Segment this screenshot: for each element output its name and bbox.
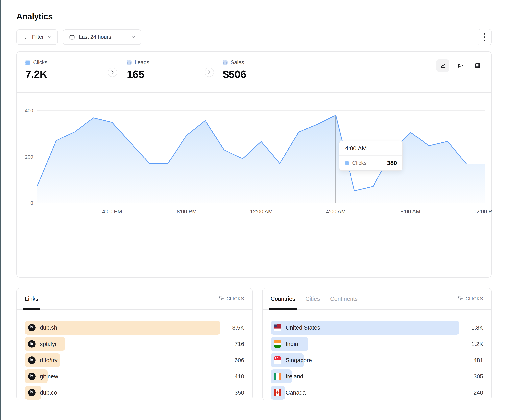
- table-row[interactable]: Singapore 481: [270, 353, 483, 367]
- funnel-view-button[interactable]: [454, 59, 467, 72]
- tooltip-value: 380: [387, 160, 397, 167]
- filter-label: Filter: [32, 34, 44, 40]
- stat-value: 7.2K: [25, 68, 112, 81]
- row-label: spti.fyi: [40, 341, 56, 347]
- stat-value: $506: [223, 68, 312, 81]
- table-row[interactable]: d.to/try 606: [25, 353, 244, 367]
- row-value: 606: [225, 357, 244, 363]
- links-list: dub.sh 3.5K spti.fyi: [17, 310, 252, 400]
- row-value: 3.5K: [225, 325, 244, 331]
- stat-label: Clicks: [33, 59, 47, 65]
- row-label: Ireland: [286, 373, 303, 380]
- line-chart-view-button[interactable]: [436, 59, 449, 72]
- row-label: dub.co: [40, 390, 57, 396]
- cursor-click-icon: [219, 296, 224, 302]
- svg-text:400: 400: [25, 108, 33, 113]
- dub-link-favicon: [28, 324, 36, 332]
- tooltip-series-label: Clicks: [352, 160, 366, 166]
- table-view-button[interactable]: [471, 59, 484, 72]
- breakdown-panels: Links CLICKS: [16, 288, 492, 400]
- tab-sales[interactable]: Sales $506: [209, 51, 312, 92]
- table-row[interactable]: Ireland 305: [270, 369, 483, 383]
- kebab-dot: [484, 40, 486, 41]
- tab-cities[interactable]: Cities: [306, 288, 320, 309]
- countries-panel-header: Countries Cities Continents: [263, 288, 491, 310]
- analytics-page: Analytics Filter Last 24 hours: [16, 0, 492, 400]
- country-flag-icon: [274, 356, 281, 364]
- countries-metric-selector[interactable]: CLICKS: [458, 296, 483, 302]
- svg-text:0: 0: [30, 200, 33, 206]
- sales-swatch-icon: [223, 60, 228, 65]
- stat-label: Leads: [135, 59, 149, 65]
- svg-text:4:00 AM: 4:00 AM: [326, 209, 345, 215]
- leads-swatch-icon: [127, 60, 132, 65]
- country-flag-icon: [274, 340, 281, 348]
- clicks-timeseries-chart[interactable]: 02004004:00 PM8:00 PM12:00 AM4:00 AM8:00…: [17, 93, 491, 277]
- svg-text:12:00 PM: 12:00 PM: [473, 209, 492, 215]
- tab-countries[interactable]: Countries: [270, 288, 295, 309]
- svg-text:8:00 AM: 8:00 AM: [401, 209, 420, 215]
- links-metric-selector[interactable]: CLICKS: [219, 296, 244, 302]
- chart-view-toggles: [436, 59, 484, 72]
- tooltip-time: 4:00 AM: [339, 141, 403, 156]
- expand-leads-button[interactable]: [204, 68, 214, 77]
- window-edge: [0, 0, 0, 420]
- clicks-swatch-icon: [25, 60, 30, 65]
- tab-clicks[interactable]: Clicks 7.2K: [17, 51, 112, 92]
- row-label: dub.sh: [40, 325, 57, 331]
- chart-tooltip: 4:00 AM Clicks 380: [339, 141, 403, 171]
- chart-plot[interactable]: 02004004:00 PM8:00 PM12:00 AM4:00 AM8:00…: [17, 93, 492, 277]
- tab-label: Continents: [330, 296, 358, 302]
- expand-clicks-button[interactable]: [108, 68, 117, 77]
- row-value: 305: [464, 373, 483, 380]
- country-flag-icon: [274, 389, 281, 396]
- table-row[interactable]: git.new 410: [25, 369, 244, 383]
- row-value: 240: [464, 390, 483, 396]
- links-panel-header: Links CLICKS: [17, 288, 252, 310]
- clicks-swatch-icon: [345, 161, 349, 165]
- page-title: Analytics: [16, 12, 492, 22]
- country-flag-icon: [274, 373, 281, 380]
- stat-value: 165: [127, 68, 209, 81]
- tab-links[interactable]: Links: [25, 288, 38, 309]
- tab-continents[interactable]: Continents: [330, 288, 358, 309]
- row-label: India: [286, 341, 298, 347]
- svg-text:4:00 PM: 4:00 PM: [102, 209, 122, 215]
- tab-label: Links: [25, 296, 38, 302]
- table-row[interactable]: United States 1.8K: [270, 321, 483, 335]
- date-range-label: Last 24 hours: [79, 34, 127, 40]
- row-value: 1.2K: [464, 341, 483, 347]
- row-value: 350: [225, 390, 244, 396]
- cursor-click-icon: [458, 296, 463, 302]
- row-label: git.new: [40, 373, 58, 380]
- chevron-down-icon: [131, 36, 135, 38]
- stat-label: Sales: [231, 59, 244, 65]
- table-row[interactable]: dub.sh 3.5K: [25, 321, 244, 335]
- countries-panel: Countries Cities Continents: [262, 288, 492, 400]
- table-row[interactable]: dub.co 350: [25, 386, 244, 400]
- kebab-dot: [484, 36, 486, 38]
- tab-leads[interactable]: Leads 165: [112, 51, 209, 92]
- kebab-dot: [484, 33, 486, 35]
- row-label: United States: [286, 325, 320, 331]
- dub-link-favicon: [28, 373, 36, 380]
- dub-link-favicon: [28, 340, 36, 348]
- row-value: 1.8K: [464, 325, 483, 331]
- links-panel: Links CLICKS: [16, 288, 253, 400]
- dub-link-favicon: [28, 356, 36, 364]
- svg-text:200: 200: [25, 154, 33, 160]
- toolbar: Filter Last 24 hours: [16, 29, 492, 45]
- table-row[interactable]: Canada 240: [270, 386, 483, 400]
- table-row[interactable]: India 1.2K: [270, 337, 483, 351]
- kebab-menu-button[interactable]: [478, 29, 492, 45]
- dub-link-favicon: [28, 389, 36, 396]
- calendar-icon: [69, 34, 75, 40]
- table-row[interactable]: spti.fyi 716: [25, 337, 244, 351]
- filter-button[interactable]: Filter: [16, 29, 58, 45]
- svg-text:12:00 AM: 12:00 AM: [250, 209, 273, 215]
- date-range-button[interactable]: Last 24 hours: [63, 29, 142, 45]
- country-flag-icon: [274, 324, 281, 332]
- row-value: 716: [225, 341, 244, 347]
- chevron-down-icon: [47, 36, 52, 38]
- metric-label: CLICKS: [226, 296, 244, 302]
